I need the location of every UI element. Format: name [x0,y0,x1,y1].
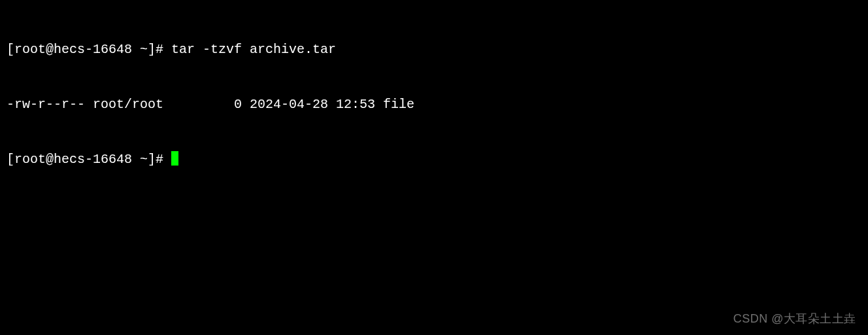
terminal-window[interactable]: [root@hecs-16648 ~]# tar -tzvf archive.t… [7,4,861,187]
terminal-line-1: [root@hecs-16648 ~]# tar -tzvf archive.t… [7,41,861,59]
shell-prompt: [root@hecs-16648 ~]# [7,152,171,167]
cursor-icon [171,151,178,166]
terminal-line-2: -rw-r--r-- root/root 0 2024-04-28 12:53 … [7,96,861,114]
shell-prompt: [root@hecs-16648 ~]# [7,42,171,57]
terminal-line-3: [root@hecs-16648 ~]# [7,150,861,169]
watermark-text: CSDN @大耳朵土土垚 [733,311,856,327]
command-text: tar -tzvf archive.tar [171,42,336,57]
command-output: -rw-r--r-- root/root 0 2024-04-28 12:53 … [7,97,414,112]
